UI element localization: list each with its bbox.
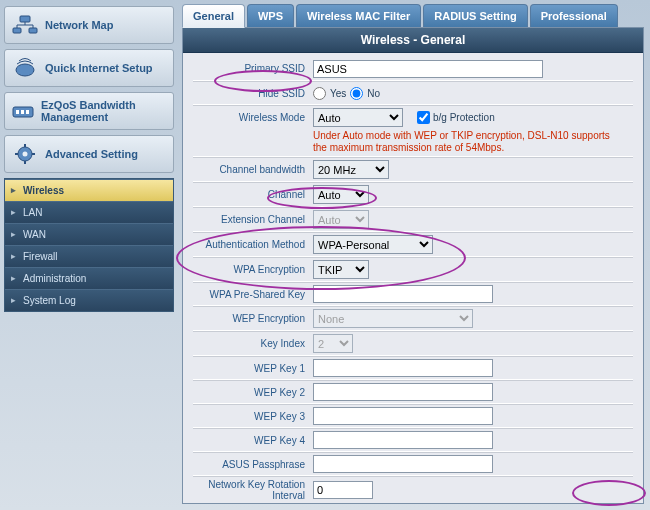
sidebar: Network Map Quick Internet Setup EzQoS B… <box>0 0 178 510</box>
bg-protection-text: b/g Protection <box>433 112 495 123</box>
wep2-label: WEP Key 2 <box>193 387 313 398</box>
settings-form: Primary SSID Hide SSID Yes No <box>183 53 643 504</box>
wep3-label: WEP Key 3 <box>193 411 313 422</box>
svg-point-3 <box>16 64 34 76</box>
main-content: General WPS Wireless MAC Filter RADIUS S… <box>178 0 650 510</box>
auth-select[interactable]: WPA-Personal <box>313 235 433 254</box>
svg-rect-2 <box>29 28 37 33</box>
wireless-mode-label: Wireless Mode <box>193 108 313 123</box>
sidebar-sub-system-log[interactable]: System Log <box>5 289 173 311</box>
primary-ssid-input[interactable] <box>313 60 543 78</box>
svg-rect-1 <box>13 28 21 33</box>
tab-wps[interactable]: WPS <box>247 4 294 28</box>
wep-enc-select[interactable]: None <box>313 309 473 328</box>
panel-title: Wireless - General <box>183 28 643 53</box>
wireless-mode-note: Under Auto mode with WEP or TKIP encrypt… <box>313 130 613 154</box>
tab-mac-filter[interactable]: Wireless MAC Filter <box>296 4 421 28</box>
sidebar-sub-administration[interactable]: Administration <box>5 267 173 289</box>
sidebar-sub-wan[interactable]: WAN <box>5 223 173 245</box>
wep4-label: WEP Key 4 <box>193 435 313 446</box>
bg-protection-checkbox[interactable] <box>417 111 430 124</box>
key-index-select[interactable]: 2 <box>313 334 353 353</box>
sidebar-item-network-map[interactable]: Network Map <box>4 6 174 44</box>
sidebar-item-advanced[interactable]: Advanced Setting <box>4 135 174 173</box>
wep1-input[interactable] <box>313 359 493 377</box>
hide-ssid-no-radio[interactable] <box>350 87 363 100</box>
rotation-label: Network Key Rotation Interval <box>193 479 313 501</box>
tab-bar: General WPS Wireless MAC Filter RADIUS S… <box>182 4 644 28</box>
ext-channel-select[interactable]: Auto <box>313 210 369 229</box>
svg-rect-5 <box>16 110 19 114</box>
tab-general[interactable]: General <box>182 4 245 28</box>
hide-ssid-no-text: No <box>367 88 380 99</box>
sidebar-sub-lan[interactable]: LAN <box>5 201 173 223</box>
asus-passphrase-input[interactable] <box>313 455 493 473</box>
globe-icon <box>11 56 39 80</box>
gear-icon <box>11 142 39 166</box>
hide-ssid-label: Hide SSID <box>193 88 313 99</box>
svg-point-9 <box>23 152 28 157</box>
sidebar-label: Advanced Setting <box>45 148 138 160</box>
wep4-input[interactable] <box>313 431 493 449</box>
wpa-psk-label: WPA Pre-Shared Key <box>193 289 313 300</box>
key-index-label: Key Index <box>193 338 313 349</box>
tab-professional[interactable]: Professional <box>530 4 618 28</box>
channel-select[interactable]: Auto <box>313 185 369 204</box>
wep2-input[interactable] <box>313 383 493 401</box>
settings-panel: Wireless - General Primary SSID Hide SSI… <box>182 27 644 504</box>
tab-radius[interactable]: RADIUS Setting <box>423 4 528 28</box>
wpa-psk-input[interactable] <box>313 285 493 303</box>
wep-enc-label: WEP Encryption <box>193 313 313 324</box>
hide-ssid-yes-text: Yes <box>330 88 346 99</box>
svg-rect-6 <box>21 110 24 114</box>
sidebar-sub-wireless[interactable]: Wireless <box>5 179 173 201</box>
auth-label: Authentication Method <box>193 239 313 250</box>
bandwidth-icon <box>11 99 35 123</box>
network-map-icon <box>11 13 39 37</box>
rotation-input[interactable] <box>313 481 373 499</box>
sidebar-submenu: Wireless LAN WAN Firewall Administration… <box>4 178 174 312</box>
sidebar-label: EzQoS Bandwidth Management <box>41 99 167 123</box>
wep1-label: WEP Key 1 <box>193 363 313 374</box>
sidebar-label: Quick Internet Setup <box>45 62 153 74</box>
primary-ssid-label: Primary SSID <box>193 63 313 74</box>
asus-passphrase-label: ASUS Passphrase <box>193 459 313 470</box>
svg-rect-0 <box>20 16 30 22</box>
sidebar-item-ezqos[interactable]: EzQoS Bandwidth Management <box>4 92 174 130</box>
ext-channel-label: Extension Channel <box>193 214 313 225</box>
wpa-enc-select[interactable]: TKIP <box>313 260 369 279</box>
sidebar-item-quick-setup[interactable]: Quick Internet Setup <box>4 49 174 87</box>
svg-rect-7 <box>26 110 29 114</box>
channel-bw-select[interactable]: 20 MHz <box>313 160 389 179</box>
wpa-enc-label: WPA Encryption <box>193 264 313 275</box>
sidebar-sub-firewall[interactable]: Firewall <box>5 245 173 267</box>
wep3-input[interactable] <box>313 407 493 425</box>
channel-bw-label: Channel bandwidth <box>193 164 313 175</box>
sidebar-label: Network Map <box>45 19 113 31</box>
hide-ssid-yes-radio[interactable] <box>313 87 326 100</box>
wireless-mode-select[interactable]: Auto <box>313 108 403 127</box>
channel-label: Channel <box>193 189 313 200</box>
